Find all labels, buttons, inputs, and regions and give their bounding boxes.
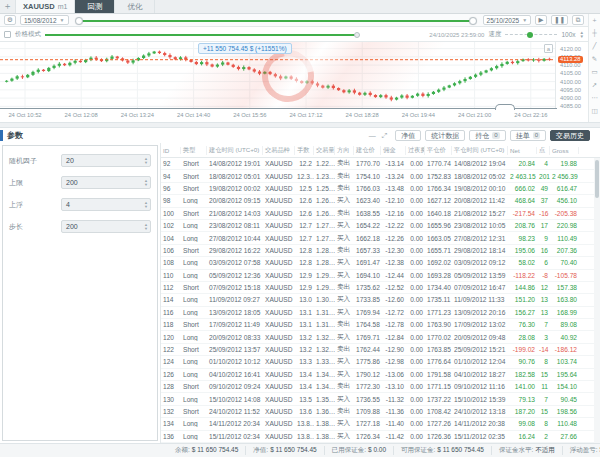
price-axis[interactable]: 4120.004115.004110.004105.004100.004095.… [557,42,588,108]
table-row[interactable]: 122Short25/09/2012 13:57XAUUSD13.21.32…卖… [161,344,600,356]
result-tab-button[interactable]: 持仓0 [469,130,505,141]
table-row[interactable]: 108Long03/09/2012 07:58XAUUSD12.81.28…买入… [161,257,600,269]
date-range-slider[interactable] [73,15,479,25]
table-cell: 0.00 [406,210,425,217]
result-tab-button[interactable]: 挂单0 [510,130,546,141]
column-header[interactable]: 类型 [181,146,207,155]
tab-optimize[interactable]: 优化 [115,0,155,13]
column-header[interactable]: 点 [537,146,550,155]
range-slider-right-handle[interactable] [469,17,477,25]
parameter-input[interactable]: 4▲▼ [61,198,151,211]
table-cell: 195.06 [508,247,537,254]
symbol-tab[interactable]: XAUUSD m1 [16,0,75,13]
new-window-button[interactable]: ⧉ [572,15,584,25]
column-header[interactable]: ID [161,147,181,154]
collapse-icon[interactable]: — [369,132,376,140]
crosshair-icon[interactable]: ┼ [592,29,597,36]
column-header[interactable]: 交易量 [314,146,335,155]
column-header[interactable]: 佣金 [381,146,406,155]
play-button[interactable]: ▶ [535,15,547,25]
date-from-select[interactable]: 15/08/2012 ▼ [20,15,69,25]
popout-icon[interactable]: ⤢ [382,132,388,140]
stepper-icon[interactable]: ▲▼ [144,223,150,229]
range-slider-left-handle[interactable] [75,17,83,25]
auto-scale-icon[interactable]: a [544,44,553,53]
table-row[interactable]: 114Long11/09/2012 09:27XAUUSD13.01.30…买入… [161,294,600,306]
result-tab-active[interactable]: 交易历史 [550,130,590,141]
column-header[interactable]: 平仓时间 (UTC+0) [452,146,508,155]
parameter-input[interactable]: 200▲▼ [61,176,151,189]
stepper-down-icon[interactable]: ▼ [144,205,148,208]
table-row[interactable]: 96Short19/08/2012 00:02XAUUSD12.51.25…卖出… [161,183,600,195]
column-header[interactable]: 手数 [295,146,314,155]
stepper-down-icon[interactable]: ▼ [144,183,148,186]
table-cell: XAUUSD [263,346,295,353]
table-cell: XAUUSD [263,284,295,291]
column-header[interactable]: 过夜费 [406,146,425,155]
table-row[interactable]: 132Short24/10/2012 11:52XAUUSD13.61.36…卖… [161,406,600,418]
date-to-select[interactable]: 25/10/2025 ▼ [483,15,532,25]
table-row[interactable]: 110Long05/09/2012 12:36XAUUSD12.91.29…买入… [161,270,600,282]
result-tab-button[interactable]: 净值 [395,130,421,141]
table-cell: 1790.12 [354,371,381,378]
trendline-icon[interactable]: ╱ [593,42,597,49]
table-row[interactable]: 136Long15/11/2012 02:34XAUUSD13.8…1.38…买… [161,431,600,443]
table-row[interactable]: 130Long15/10/2012 14:08XAUUSD13.51.35…买入… [161,393,600,405]
speed-slider-handle[interactable] [527,32,533,38]
table-row[interactable]: 116Long13/09/2012 18:05XAUUSD13.11.31…买入… [161,307,600,319]
candlestick-chart[interactable]: +11 550 754.45 $ (+11551%) a [0,42,556,108]
progress-handle[interactable] [354,32,360,38]
table-cell: 1708.42 [425,408,452,415]
column-header[interactable]: 交易品种 [263,146,295,155]
price-mode-checkbox[interactable] [4,31,11,38]
stepper-icon[interactable]: ▲▼ [144,157,150,163]
parameter-input[interactable]: 200▲▼ [61,220,151,233]
column-header[interactable]: Net [508,147,537,154]
table-row[interactable]: 126Long04/10/2012 16:41XAUUSD13.41.34…买入… [161,369,600,381]
more-icon[interactable]: ⋯ [591,94,598,101]
scrollbar-thumb[interactable] [595,160,599,198]
table-cell: 15/10/2012 14:08 [207,396,263,403]
table-row[interactable]: 92Short14/08/2012 19:01XAUUSD12.21.22…卖出… [161,158,600,170]
speed-slider[interactable] [505,30,557,40]
tab-backtest[interactable]: 回测 [75,0,115,13]
stepper-down-icon[interactable]: ▼ [144,161,148,164]
parameter-input[interactable]: 20▲▼ [61,154,151,167]
table-scrollbar[interactable] [594,158,600,443]
column-header[interactable]: 方向 [335,146,354,155]
table-row[interactable]: 94Short18/08/2012 05:01XAUUSD12.3…1.23…卖… [161,170,600,182]
playback-progress[interactable] [45,30,425,40]
plus-icon[interactable]: ＋ [591,16,598,23]
table-row[interactable]: 104Long27/08/2012 10:44XAUUSD12.71.27…买入… [161,232,600,244]
table-row[interactable]: 118Short17/09/2012 11:49XAUUSD13.11.31…卖… [161,319,600,331]
table-row[interactable]: 134Long14/11/2012 20:34XAUUSD13.8…1.38…买… [161,418,600,430]
arrow-icon[interactable]: ➚ [592,81,597,88]
result-tab-button[interactable]: 统计数据 [425,130,465,141]
table-row[interactable]: 106Short29/08/2012 16:22XAUUSD12.81.28…卖… [161,245,600,257]
add-chart-icon[interactable]: ＋ [0,0,16,13]
shapes-icon[interactable]: ▭ [591,68,597,75]
column-header[interactable]: Gross [550,147,579,154]
stepper-icon[interactable]: ▲▼ [144,179,150,185]
table-cell: -199.02 [508,346,537,353]
column-header[interactable]: 建仓价 [354,146,381,155]
column-header[interactable]: 建仓时间 (UTC+0) [207,146,263,155]
speed-stepper[interactable]: ▲▼ [580,31,584,38]
table-row[interactable]: 124Long01/10/2012 10:12XAUUSD13.31.33…买入… [161,356,600,368]
table-cell: 买入 [335,234,354,243]
table-row[interactable]: 98Long20/08/2012 09:15XAUUSD12.61.26…买入1… [161,195,600,207]
table-row[interactable]: 128Short09/10/2012 09:24XAUUSD13.41.34…卖… [161,381,600,393]
panel-icon[interactable]: ◫ [591,107,597,114]
table-row[interactable]: 100Short21/08/2012 14:03XAUUSD12.61.26…卖… [161,208,600,220]
table-row[interactable]: 120Long20/09/2012 08:33XAUUSD13.21.32…买入… [161,331,600,343]
stepper-down-icon[interactable]: ▼ [144,227,148,230]
stepper-icon[interactable]: ▲▼ [144,201,150,207]
chart-scroll-handle[interactable] [495,104,515,110]
gear-icon[interactable]: ⚙ [4,15,16,25]
table-row[interactable]: 102Long23/08/2012 08:11XAUUSD12.71.27…买入… [161,220,600,232]
time-axis[interactable]: 24 Oct 10:5224 Oct 12:0824 Oct 13:2424 O… [0,108,557,122]
pencil-icon[interactable]: ✎ [592,55,597,62]
column-header[interactable]: 平仓价 [425,146,452,155]
table-row[interactable]: 112Short07/09/2012 15:18XAUUSD12.91.29…卖… [161,282,600,294]
pause-button[interactable]: ❚❚ [551,15,568,25]
